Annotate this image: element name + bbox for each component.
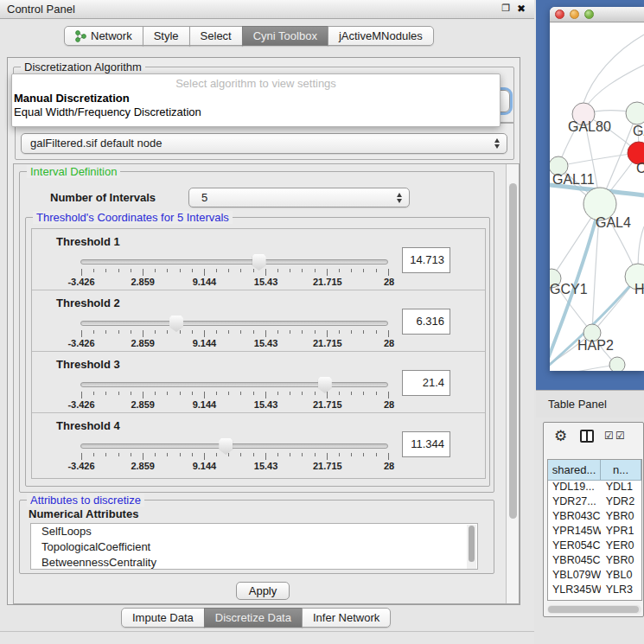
tab-discretize-data[interactable]: Discretize Data: [204, 608, 303, 628]
table-cell[interactable]: YBL0: [601, 569, 641, 583]
scale-tick-label: 28: [384, 461, 394, 471]
table-row[interactable]: YLR345WYLR3: [548, 583, 641, 598]
table-cell[interactable]: YDL19...: [548, 481, 601, 495]
network-node[interactable]: [626, 102, 644, 124]
number-of-intervals-combobox[interactable]: 5: [188, 188, 410, 207]
table-cell[interactable]: YBR0: [601, 554, 641, 569]
tick-mark: [351, 392, 352, 395]
tab-select[interactable]: Select: [189, 26, 243, 46]
zoom-traffic-light-icon[interactable]: [584, 10, 594, 19]
table-row[interactable]: YPR145WYPR1: [548, 525, 641, 539]
table-cell[interactable]: YLR345W: [548, 583, 601, 598]
table-cell[interactable]: YER0: [601, 539, 641, 554]
table-row[interactable]: YER054CYER0: [548, 539, 641, 554]
settings-scroll-area: Interval Definition Number of Intervals …: [13, 163, 520, 604]
table-cell[interactable]: YBR0: [601, 510, 641, 525]
column-header-name[interactable]: n...: [601, 460, 641, 480]
close-traffic-light-icon[interactable]: [555, 10, 564, 19]
scale-tick-label: 28: [384, 277, 394, 287]
threshold-value-field[interactable]: 11.344: [402, 431, 450, 457]
threshold-slider[interactable]: -3.4262.8599.14415.4321.71528: [80, 316, 390, 346]
table-cell[interactable]: YPR1: [601, 525, 641, 539]
network-view-frame: GAL80GACGAL11GAL4GCY1HHAP2: [536, 0, 644, 390]
threshold-slider[interactable]: -3.4262.8599.14415.4321.71528: [80, 255, 390, 284]
tab-cyni-toolbox[interactable]: Cyni Toolbox: [242, 26, 328, 46]
attribute-list-item[interactable]: SelfLoops: [31, 524, 477, 539]
slider-track[interactable]: [80, 382, 388, 387]
threshold-value-field[interactable]: 14.713: [402, 247, 450, 273]
scrollbar-thumb[interactable]: [509, 183, 517, 519]
network-canvas[interactable]: GAL80GACGAL11GAL4GCY1HHAP2: [550, 22, 644, 371]
table-cell[interactable]: YPR145W: [548, 525, 601, 539]
table-row[interactable]: YIL052CYIL0: [548, 598, 641, 601]
slider-track[interactable]: [80, 259, 388, 265]
checkbox-icon[interactable]: ☑: [604, 430, 614, 442]
float-window-icon[interactable]: ❐: [501, 3, 510, 14]
table-cell[interactable]: YDR2: [601, 495, 641, 510]
table-panel: ⚙ ☑ ☑ shared... n... YDL19...YDL1YDR27..…: [543, 422, 644, 617]
table-cell[interactable]: YIL0: [601, 598, 641, 601]
threshold-value-field[interactable]: 6.316: [402, 309, 450, 335]
popup-option-manual-discretization[interactable]: Manual Discretization: [14, 92, 498, 105]
slider-track[interactable]: [80, 443, 388, 449]
table-row[interactable]: YDL19...YDL1: [548, 481, 641, 495]
tick-mark: [155, 392, 156, 395]
scale-tick-label: 21.715: [313, 277, 342, 287]
table-data-combobox[interactable]: galFiltered.sif default node: [21, 133, 507, 154]
tick-mark: [118, 330, 119, 334]
table-row[interactable]: YDR27...YDR2: [548, 495, 641, 510]
minimize-traffic-light-icon[interactable]: [570, 10, 579, 19]
network-node[interactable]: [609, 357, 625, 371]
popup-option-equal-width-frequency[interactable]: Equal Width/Frequency Discretization: [14, 105, 498, 118]
column-header-shared-name[interactable]: shared...: [548, 460, 601, 480]
table-cell[interactable]: YBR043C: [548, 510, 601, 525]
tick-mark: [339, 453, 340, 456]
tab-style[interactable]: Style: [143, 26, 190, 46]
scale-tick-label: -3.426: [67, 277, 94, 287]
table-cell[interactable]: YDR27...: [548, 495, 601, 510]
group-label-attributes: Attributes to discretize: [27, 494, 144, 507]
table-cell[interactable]: YLR3: [601, 583, 641, 598]
algorithm-dropdown-popup: Select algorithm to view settings Manual…: [11, 73, 501, 127]
checkbox-icon[interactable]: ☑: [615, 430, 625, 442]
tab-network[interactable]: Network: [64, 26, 143, 46]
control-panel-titlebar: Control Panel ❐ ✖: [0, 0, 534, 19]
threshold-slider[interactable]: -3.4262.8599.14415.4321.71528: [80, 439, 390, 469]
tab-jactivemnodules[interactable]: jActiveMNodules: [328, 26, 434, 46]
settings-scrollbar[interactable]: [506, 164, 519, 603]
apply-button[interactable]: Apply: [236, 582, 290, 600]
network-window-titlebar[interactable]: [550, 7, 644, 22]
tick-mark: [216, 392, 217, 395]
scale-tick-label: 28: [384, 399, 394, 410]
table-horizontal-scrollbar[interactable]: [547, 605, 641, 614]
slider-track[interactable]: [80, 321, 388, 326]
tab-label: Network: [91, 29, 132, 42]
table-cell[interactable]: YBL079W: [548, 569, 601, 583]
close-icon[interactable]: ✖: [517, 3, 526, 15]
tab-infer-network[interactable]: Infer Network: [302, 608, 391, 628]
network-node-label: C: [636, 161, 644, 175]
attribute-list-item[interactable]: BetweennessCentrality: [31, 555, 477, 570]
columns-icon[interactable]: [580, 430, 594, 443]
threshold-row: Threshold 1 -3.4262.8599.14415.4321.7152…: [32, 229, 485, 290]
tick-mark: [105, 269, 106, 272]
threshold-label: Threshold 4: [56, 419, 120, 432]
table-row[interactable]: YBR045CYBR0: [548, 554, 641, 569]
table-row[interactable]: YBL079WYBL0: [548, 569, 641, 583]
table-cell[interactable]: YBR045C: [548, 554, 601, 569]
gear-icon[interactable]: ⚙: [554, 427, 567, 445]
threshold-value-field[interactable]: 21.4: [402, 370, 450, 396]
tick-mark: [204, 330, 205, 337]
tick-mark: [204, 453, 205, 460]
attributes-list-scrollbar[interactable]: [467, 525, 476, 570]
tick-mark: [388, 330, 389, 337]
table-cell[interactable]: YIL052C: [548, 598, 601, 601]
scrollbar-thumb[interactable]: [548, 606, 639, 613]
network-tree-icon: [75, 30, 86, 42]
table-cell[interactable]: YER054C: [548, 539, 601, 554]
threshold-slider[interactable]: -3.4262.8599.14415.4321.71528: [80, 378, 390, 407]
table-row[interactable]: YBR043CYBR0: [548, 510, 641, 525]
table-cell[interactable]: YDL1: [601, 481, 641, 495]
attribute-list-item[interactable]: TopologicalCoefficient: [31, 539, 477, 555]
tab-impute-data[interactable]: Impute Data: [121, 608, 205, 628]
